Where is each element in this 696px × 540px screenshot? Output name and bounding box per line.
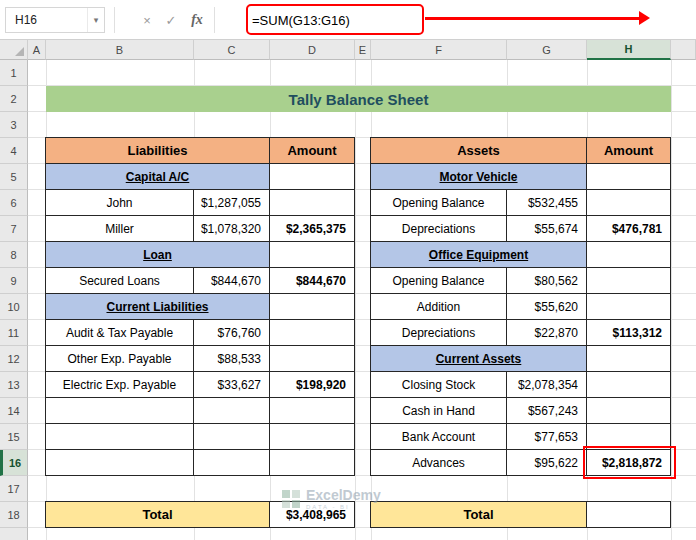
item-label-cell[interactable]: Opening Balance [371,268,507,294]
amount-cell[interactable]: $2,078,354 [507,372,587,398]
empty-cell[interactable] [270,398,355,424]
section-cell-current-assets[interactable]: Current Assets [371,346,587,372]
item-label-cell[interactable]: Depreciations [371,320,507,346]
empty-cell[interactable] [270,424,355,450]
item-label-cell[interactable]: Cash in Hand [371,398,507,424]
col-header-g[interactable]: G [507,40,587,60]
cell[interactable] [587,242,671,268]
row-header-3[interactable]: 3 [0,112,28,138]
amount-cell[interactable]: $844,670 [194,268,270,294]
empty-cell[interactable] [194,424,270,450]
item-label-cell[interactable]: Bank Account [371,424,507,450]
item-label-cell[interactable]: Depreciations [371,216,507,242]
col-header-partial[interactable] [671,40,696,60]
section-cell-capital-ac[interactable]: Capital A/C [46,164,270,190]
cancel-button[interactable]: × [136,7,158,33]
select-all-button[interactable] [0,40,28,60]
subtotal-cell[interactable]: $198,920 [270,372,355,398]
row-header-8[interactable]: 8 [0,242,28,268]
amount-cell[interactable]: $77,653 [507,424,587,450]
empty-cell[interactable] [46,450,194,476]
liabilities-amount-header-cell[interactable]: Amount [270,138,355,164]
amount-cell[interactable]: $33,627 [194,372,270,398]
name-box[interactable]: H16 ▾ [5,7,105,33]
subtotal-cell[interactable] [270,320,355,346]
cell[interactable] [270,242,355,268]
item-label-cell[interactable]: Miller [46,216,194,242]
item-label-cell[interactable]: Secured Loans [46,268,194,294]
amount-cell[interactable]: $55,674 [507,216,587,242]
subtotal-cell[interactable]: $844,670 [270,268,355,294]
row-header-5[interactable]: 5 [0,164,28,190]
item-label-cell[interactable]: Addition [371,294,507,320]
item-label-cell[interactable]: Audit & Tax Payable [46,320,194,346]
amount-cell[interactable]: $532,455 [507,190,587,216]
item-label-cell[interactable]: Advances [371,450,507,476]
section-cell-current-liabilities[interactable]: Current Liabilities [46,294,270,320]
empty-cell[interactable] [270,450,355,476]
row-header-19-partial[interactable] [0,528,28,540]
col-header-d[interactable]: D [270,40,355,60]
row-header-16-selected[interactable]: 16 [0,450,28,476]
empty-cell[interactable] [194,450,270,476]
empty-cell[interactable] [46,398,194,424]
row-header-7[interactable]: 7 [0,216,28,242]
empty-cell[interactable] [46,424,194,450]
assets-total-label-cell[interactable]: Total [371,502,587,528]
row-header-2[interactable]: 2 [0,86,28,112]
name-box-dropdown-icon[interactable]: ▾ [87,8,104,32]
item-label-cell[interactable]: Closing Stock [371,372,507,398]
amount-cell[interactable]: $55,620 [507,294,587,320]
section-cell-motor-vehicle[interactable]: Motor Vehicle [371,164,587,190]
row-header-10[interactable]: 10 [0,294,28,320]
subtotal-cell[interactable] [587,398,671,424]
subtotal-cell[interactable] [587,424,671,450]
section-cell-loan[interactable]: Loan [46,242,270,268]
item-label-cell[interactable]: Electric Exp. Payable [46,372,194,398]
row-header-9[interactable]: 9 [0,268,28,294]
item-label-cell[interactable]: Other Exp. Payable [46,346,194,372]
subtotal-cell[interactable]: $2,365,375 [270,216,355,242]
sheet-title-cell[interactable]: Tally Balance Sheet [46,86,671,112]
formula-input[interactable]: =SUM(G13:G16) [252,8,420,32]
row-header-15[interactable]: 15 [0,424,28,450]
row-header-1[interactable]: 1 [0,60,28,86]
col-header-a[interactable]: A [28,40,46,60]
cell[interactable] [270,294,355,320]
col-header-h-selected[interactable]: H [587,40,671,60]
subtotal-cell[interactable] [587,190,671,216]
empty-cell[interactable] [194,398,270,424]
col-header-b[interactable]: B [46,40,194,60]
subtotal-cell[interactable]: $476,781 [587,216,671,242]
subtotal-cell[interactable]: $113,312 [587,320,671,346]
row-header-14[interactable]: 14 [0,398,28,424]
amount-cell[interactable]: $95,622 [507,450,587,476]
col-header-c[interactable]: C [194,40,270,60]
subtotal-cell[interactable] [587,372,671,398]
col-header-e[interactable]: E [355,40,371,60]
cell[interactable] [587,346,671,372]
item-label-cell[interactable]: John [46,190,194,216]
liabilities-total-value-cell[interactable]: $3,408,965 [270,502,355,528]
subtotal-cell[interactable] [270,190,355,216]
cell[interactable] [587,164,671,190]
assets-header-cell[interactable]: Assets [371,138,587,164]
subtotal-cell[interactable] [587,268,671,294]
enter-button[interactable]: ✓ [160,7,182,33]
row-header-11[interactable]: 11 [0,320,28,346]
amount-cell[interactable]: $80,562 [507,268,587,294]
cell-h16-selected[interactable]: $2,818,872 [587,450,671,476]
amount-cell[interactable]: $567,243 [507,398,587,424]
assets-amount-header-cell[interactable]: Amount [587,138,671,164]
row-header-6[interactable]: 6 [0,190,28,216]
row-header-18[interactable]: 18 [0,502,28,528]
amount-cell[interactable]: $76,760 [194,320,270,346]
row-header-4[interactable]: 4 [0,138,28,164]
subtotal-cell[interactable] [587,294,671,320]
liabilities-total-label-cell[interactable]: Total [46,502,270,528]
row-header-12[interactable]: 12 [0,346,28,372]
item-label-cell[interactable]: Opening Balance [371,190,507,216]
section-cell-office-equipment[interactable]: Office Equipment [371,242,587,268]
row-header-13[interactable]: 13 [0,372,28,398]
insert-function-button[interactable]: fx [186,7,208,33]
